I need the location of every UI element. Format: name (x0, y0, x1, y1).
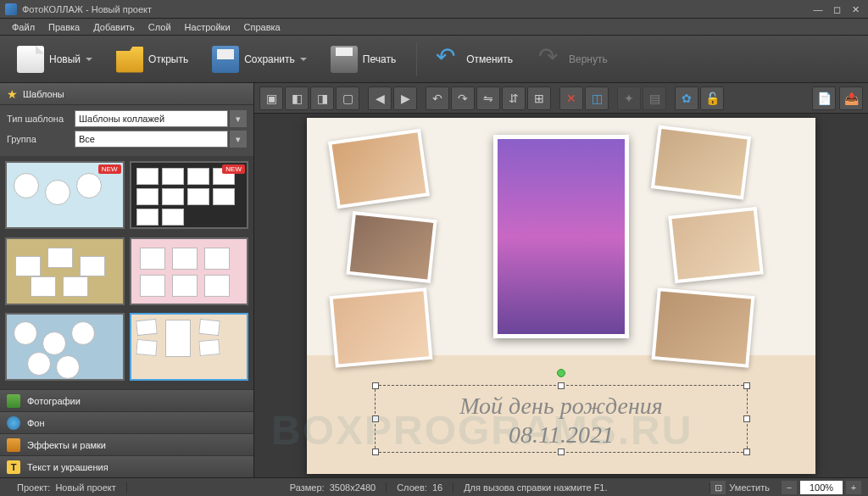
collage-photo[interactable] (651, 125, 751, 199)
type-select[interactable]: Шаблоны коллажей (75, 110, 228, 127)
accordion-text[interactable]: T Текст и украшения (0, 455, 253, 477)
group-label: Группа (7, 134, 75, 144)
settings-button[interactable]: ✿ (675, 86, 698, 110)
template-thumb[interactable] (5, 313, 125, 381)
lock-button[interactable]: 🔓 (700, 86, 724, 110)
side-accordion: Фотографии Фон Эффекты и рамки T Текст и… (0, 389, 253, 477)
new-badge: NEW (98, 164, 121, 174)
add-page-button[interactable]: 📄 (812, 86, 836, 110)
status-bar: Проект: Новый проект Размер: 3508x2480 С… (0, 477, 868, 496)
resize-handle[interactable] (558, 382, 565, 389)
collage-photo[interactable] (668, 206, 764, 283)
title-bar: ФотоКОЛЛАЖ - Новый проект — ◻ ✕ (0, 0, 868, 19)
resize-handle[interactable] (372, 382, 379, 389)
templates-tab-label: Шаблоны (23, 89, 64, 99)
collage-photo[interactable] (330, 287, 433, 368)
zoom-fit-button[interactable]: ⊡ (710, 481, 726, 494)
template-thumb[interactable]: NEW (130, 161, 249, 229)
canvas-viewport[interactable]: Мой день рождения 08.11.2021 (254, 114, 868, 477)
selection-box[interactable]: Мой день рождения 08.11.2021 (375, 385, 748, 453)
menu-settings[interactable]: Настройки (178, 20, 237, 34)
export-button[interactable]: 📤 (839, 86, 863, 110)
bring-front-button[interactable]: ▣ (259, 86, 283, 110)
collage-canvas[interactable]: Мой день рождения 08.11.2021 (307, 118, 815, 474)
flip-v-button[interactable]: ⇵ (502, 86, 526, 110)
accordion-background[interactable]: Фон (0, 411, 253, 433)
group-select[interactable]: Все (75, 131, 228, 148)
template-thumb[interactable] (130, 237, 249, 305)
main-toolbar: Новый Открыть Сохранить Печать Отменить … (0, 36, 868, 83)
folder-icon (116, 46, 143, 73)
resize-handle[interactable] (743, 449, 750, 455)
resize-handle[interactable] (743, 382, 750, 389)
app-icon (5, 3, 17, 15)
rotate-handle[interactable] (557, 369, 565, 377)
menu-edit[interactable]: Правка (42, 20, 86, 34)
flip-h-button[interactable]: ⇋ (476, 86, 500, 110)
new-badge: NEW (222, 164, 245, 174)
collage-photo[interactable] (652, 287, 755, 368)
rotate-right-button[interactable]: ↷ (451, 86, 475, 110)
menu-add[interactable]: Добавить (86, 20, 142, 34)
send-back-button[interactable]: ▢ (336, 86, 359, 110)
accordion-text-label: Текст и украшения (27, 462, 108, 472)
template-thumb[interactable] (130, 313, 249, 381)
resize-handle[interactable] (372, 415, 379, 422)
zoom-in-button[interactable]: + (846, 481, 861, 494)
resize-handle[interactable] (558, 449, 565, 455)
text-icon: T (7, 460, 20, 474)
bring-forward-button[interactable]: ◧ (285, 86, 309, 110)
save-button[interactable]: Сохранить (202, 41, 317, 78)
menu-layer[interactable]: Слой (142, 20, 178, 34)
group-dropdown-button[interactable]: ▾ (230, 131, 247, 148)
close-button[interactable]: ✕ (848, 3, 863, 15)
resize-handle[interactable] (743, 415, 750, 422)
redo-button: Вернуть (526, 41, 618, 78)
resize-handle[interactable] (372, 449, 379, 455)
menu-help[interactable]: Справка (237, 20, 287, 34)
align-right-button[interactable]: ▶ (393, 86, 417, 110)
status-layers: Слоев: 16 (387, 482, 453, 493)
rotate-left-button[interactable]: ↶ (426, 86, 449, 110)
maximize-button[interactable]: ◻ (829, 3, 844, 15)
menu-file[interactable]: Файл (5, 20, 42, 34)
status-project: Проект: Новый проект (7, 482, 127, 493)
accordion-effects-label: Эффекты и рамки (27, 440, 106, 450)
zoom-value[interactable]: 100% (800, 481, 843, 494)
chevron-down-icon (86, 58, 92, 61)
print-label: Печать (363, 53, 396, 65)
collage-photo[interactable] (328, 128, 430, 209)
align-left-button[interactable]: ◀ (368, 86, 392, 110)
accordion-photos[interactable]: Фотографии (0, 389, 253, 411)
canvas-area: ▣ ◧ ◨ ▢ ◀ ▶ ↶ ↷ ⇋ ⇵ ⊞ ✕ ◫ ✦ ▤ ✿ 🔓 📄 📤 (254, 83, 868, 477)
save-icon (212, 46, 239, 73)
center-button[interactable]: ⊞ (527, 86, 551, 110)
new-icon (17, 46, 44, 73)
undo-button[interactable]: Отменить (424, 41, 523, 78)
zoom-out-button[interactable]: − (782, 481, 797, 494)
new-button[interactable]: Новый (7, 41, 103, 78)
templates-tab[interactable]: ★ Шаблоны (0, 83, 253, 105)
delete-button[interactable]: ✕ (559, 86, 583, 110)
open-button[interactable]: Открыть (106, 41, 198, 78)
template-thumb[interactable] (5, 237, 125, 305)
type-dropdown-button[interactable]: ▾ (230, 110, 247, 127)
template-thumb[interactable]: NEW (5, 161, 125, 229)
caption-line2[interactable]: 08.11.2021 (376, 421, 747, 449)
work-area: ★ Шаблоны Тип шаблона Шаблоны коллажей ▾… (0, 83, 868, 477)
accordion-effects[interactable]: Эффекты и рамки (0, 433, 253, 455)
new-label: Новый (49, 53, 81, 65)
zoom-fit-label[interactable]: Уместить (729, 482, 770, 493)
collage-photo[interactable] (346, 210, 437, 282)
send-backward-button[interactable]: ◨ (310, 86, 334, 110)
minimize-button[interactable]: — (810, 3, 826, 15)
save-label: Сохранить (244, 53, 295, 65)
caption-line1[interactable]: Мой день рождения (376, 393, 747, 420)
print-button[interactable]: Печать (320, 41, 406, 78)
collage-center-photo[interactable] (493, 135, 629, 338)
crop-button[interactable]: ◫ (585, 86, 609, 110)
window-title: ФотоКОЛЛАЖ - Новый проект (22, 4, 807, 14)
star-icon: ★ (7, 87, 18, 101)
accordion-background-label: Фон (27, 418, 45, 428)
status-help: Для вызова справки нажмите F1. (453, 482, 710, 493)
